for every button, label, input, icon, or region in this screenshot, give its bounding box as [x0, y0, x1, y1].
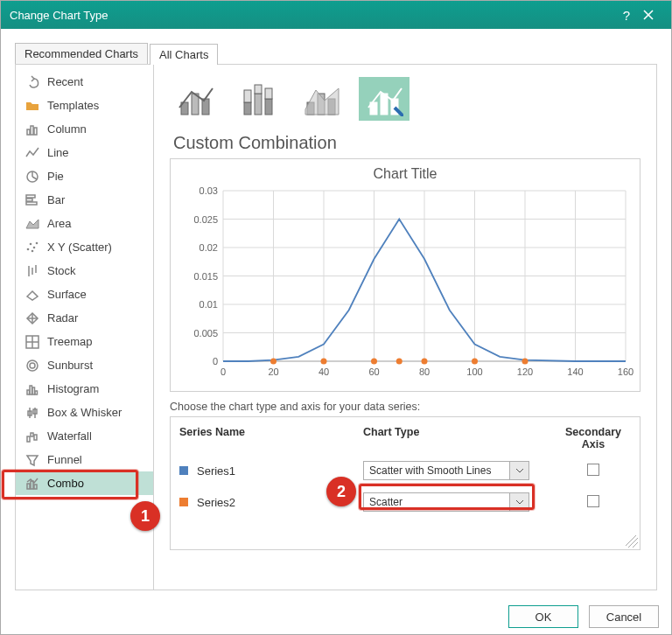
svg-text:60: 60	[368, 366, 379, 377]
dialog-buttons: OK Cancel	[1, 599, 671, 634]
sidebar-item-xy[interactable]: X Y (Scatter)	[16, 235, 153, 259]
sidebar-item-combo[interactable]: Combo	[16, 471, 153, 495]
sidebar-item-waterfall[interactable]: Waterfall	[16, 424, 153, 448]
boxwhisker-icon	[24, 405, 40, 421]
series-swatch-icon	[179, 498, 188, 506]
combo-subtype-0[interactable]	[170, 77, 220, 121]
chart-type-sidebar: RecentTemplatesColumnLinePieBarAreaX Y (…	[16, 65, 154, 590]
sidebar-item-stock[interactable]: Stock	[16, 259, 153, 283]
svg-text:40: 40	[318, 366, 329, 377]
sidebar-item-area[interactable]: Area	[16, 212, 153, 235]
area-icon	[24, 216, 40, 232]
svg-rect-3	[31, 126, 33, 135]
combo-subtype-3[interactable]	[359, 77, 410, 121]
svg-rect-47	[265, 88, 272, 99]
tab-recommended[interactable]: Recommended Charts	[15, 43, 148, 64]
sidebar-item-templates[interactable]: Templates	[16, 94, 153, 117]
funnel-icon	[24, 452, 40, 468]
sidebar-item-label: Column	[47, 122, 87, 136]
series-row-0: Series1 Scatter with Smooth Lines	[179, 455, 631, 486]
sidebar-item-radar[interactable]: Radar	[16, 306, 153, 330]
svg-rect-43	[255, 94, 262, 115]
svg-point-91	[396, 359, 402, 365]
svg-rect-41	[202, 99, 209, 115]
sidebar-item-bar[interactable]: Bar	[16, 188, 153, 212]
svg-rect-4	[34, 128, 37, 135]
svg-text:20: 20	[268, 366, 278, 377]
svg-rect-6	[26, 195, 35, 198]
dialog-body: Recommended Charts All Charts RecentTemp…	[1, 29, 671, 599]
tab-strip: Recommended Charts All Charts	[15, 43, 657, 64]
sidebar-item-recent[interactable]: Recent	[16, 70, 153, 94]
secondary-axis-checkbox[interactable]	[587, 495, 599, 507]
waterfall-icon	[24, 429, 40, 444]
sidebar-item-pie[interactable]: Pie	[16, 164, 153, 188]
combo-subtype-1[interactable]	[233, 77, 284, 121]
svg-text:0.03: 0.03	[200, 185, 218, 196]
svg-point-88	[270, 359, 276, 365]
sidebar-item-line[interactable]: Line	[16, 141, 153, 164]
window-title: Change Chart Type	[10, 9, 108, 22]
sidebar-item-boxwhisker[interactable]: Box & Whisker	[16, 401, 153, 424]
svg-rect-44	[265, 99, 272, 115]
panel: RecentTemplatesColumnLinePieBarAreaX Y (…	[15, 64, 657, 590]
surface-icon	[24, 287, 40, 303]
svg-text:0.005: 0.005	[193, 328, 218, 338]
svg-point-13	[32, 249, 34, 252]
svg-rect-28	[35, 391, 38, 394]
series-name: Series2	[179, 496, 363, 509]
ok-button[interactable]: OK	[508, 605, 578, 628]
svg-rect-26	[30, 386, 32, 394]
pie-icon	[24, 169, 40, 185]
header-series-name: Series Name	[179, 426, 363, 450]
tab-all-charts[interactable]: All Charts	[150, 44, 218, 65]
svg-rect-7	[26, 199, 32, 201]
sidebar-item-funnel[interactable]: Funnel	[16, 448, 153, 471]
chart-preview[interactable]: Chart Title 00.0050.010.0150.020.0250.03…	[170, 158, 640, 392]
chart-preview-title: Chart Title	[179, 166, 631, 182]
combo-icon	[24, 476, 40, 492]
close-icon[interactable]	[634, 1, 662, 29]
help-icon[interactable]: ?	[619, 1, 634, 29]
svg-point-10	[30, 242, 32, 245]
sidebar-item-treemap[interactable]: Treemap	[16, 330, 153, 353]
series-type-combobox[interactable]: Scatter	[363, 492, 529, 512]
svg-rect-36	[27, 484, 30, 489]
sidebar-item-label: Sunburst	[47, 359, 93, 372]
column-icon	[24, 122, 40, 137]
chart-svg: 00.0050.010.0150.020.0250.03020406080100…	[179, 185, 634, 382]
svg-rect-38	[34, 485, 37, 489]
svg-point-90	[371, 359, 377, 365]
svg-rect-45	[244, 90, 251, 102]
sidebar-item-label: Histogram	[47, 382, 99, 395]
svg-text:0: 0	[213, 356, 218, 366]
svg-point-89	[321, 359, 327, 365]
resize-grip-icon	[626, 535, 638, 548]
svg-point-24	[30, 363, 35, 368]
svg-text:120: 120	[517, 366, 533, 377]
sidebar-item-column[interactable]: Column	[16, 117, 153, 141]
sidebar-item-histogram[interactable]: Histogram	[16, 377, 153, 401]
series-type-combobox[interactable]: Scatter with Smooth Lines	[363, 461, 529, 480]
series-type-value: Scatter	[369, 496, 402, 508]
cancel-button[interactable]: Cancel	[589, 605, 659, 628]
svg-text:100: 100	[466, 366, 482, 377]
svg-text:0.02: 0.02	[200, 242, 218, 253]
svg-rect-34	[31, 433, 33, 436]
sidebar-item-label: Line	[47, 146, 69, 159]
svg-text:0.01: 0.01	[200, 299, 218, 310]
svg-point-92	[422, 359, 428, 365]
sidebar-item-label: Treemap	[47, 335, 93, 348]
series-table: Series Name Chart Type Secondary Axis Se…	[170, 416, 640, 550]
sidebar-item-label: Box & Whisker	[47, 406, 122, 419]
sunburst-icon	[24, 358, 40, 373]
secondary-axis-checkbox[interactable]	[587, 464, 599, 476]
sidebar-item-label: Combo	[47, 477, 84, 490]
sidebar-item-surface[interactable]: Surface	[16, 283, 153, 306]
combo-subtype-2[interactable]	[296, 77, 346, 121]
sidebar-item-sunburst[interactable]: Sunburst	[16, 353, 153, 377]
folder-icon	[24, 98, 40, 114]
stock-icon	[24, 263, 40, 279]
svg-point-12	[36, 241, 38, 244]
sidebar-item-label: Radar	[47, 311, 78, 324]
